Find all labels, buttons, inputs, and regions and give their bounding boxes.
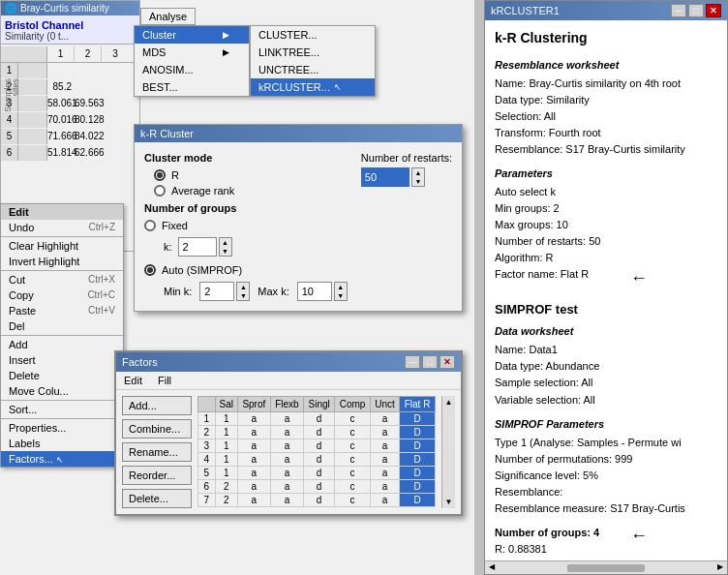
- krc-close-btn[interactable]: ✕: [706, 4, 721, 17]
- mink-input[interactable]: 2: [199, 282, 234, 301]
- krc-minimize-btn[interactable]: ─: [671, 4, 686, 17]
- factors-minimize-btn[interactable]: ─: [405, 355, 420, 369]
- context-item-undo[interactable]: Undo Ctrl+Z: [1, 220, 123, 235]
- row-1-sal: 1: [215, 412, 237, 426]
- restarts-label: Number of restarts:: [361, 152, 452, 164]
- auto-radio[interactable]: [144, 264, 156, 276]
- cluster-item-cluster[interactable]: Cluster ▶: [135, 26, 249, 44]
- row-num-6: 6: [1, 145, 18, 161]
- param-line-1: Auto select k: [495, 184, 717, 200]
- row-5-c2: 84.022: [75, 129, 102, 144]
- maxk-spinner[interactable]: ▲▼: [334, 282, 348, 301]
- row-num-1: 1: [1, 63, 18, 78]
- row-label-6: [18, 145, 47, 161]
- factors-titlebar[interactable]: Factors ─ □ ✕: [116, 352, 461, 372]
- rename-btn[interactable]: Rename...: [122, 442, 192, 462]
- krcluster-titlebar[interactable]: kRCLUSTER1 ─ □ ✕: [485, 1, 727, 20]
- row-num-5: 5: [1, 129, 18, 144]
- context-item-del[interactable]: Del: [1, 318, 123, 334]
- factors-edit-menu[interactable]: Edit: [124, 375, 142, 386]
- kr-cluster-dialog: k-R Cluster Cluster mode R Average rank …: [134, 124, 463, 312]
- bray-heading: Bristol Channel: [5, 19, 136, 31]
- cluster-item-best[interactable]: BEST...: [135, 78, 249, 96]
- factors-dialog: Factors ─ □ ✕ Edit Fill Add... Combine..…: [114, 350, 463, 516]
- context-item-properties[interactable]: Properties...: [1, 420, 123, 436]
- table-row: 3 1 a a d c a D: [198, 439, 436, 453]
- kr-cluster-titlebar[interactable]: k-R Cluster: [135, 125, 462, 142]
- k-input[interactable]: 2: [178, 237, 217, 257]
- row-label-1: [18, 63, 47, 78]
- col-comp: Comp: [335, 397, 371, 412]
- add-btn[interactable]: Add...: [122, 396, 192, 415]
- table-row: 1 1 a a d c a D: [198, 412, 436, 426]
- context-item-move-colu[interactable]: Move Colu...: [1, 383, 123, 399]
- restarts-input[interactable]: 50: [361, 167, 410, 187]
- krc-maximize-btn[interactable]: □: [688, 4, 704, 17]
- context-item-invert-highlight[interactable]: Invert Highlight: [1, 254, 123, 269]
- main-window: 🌐 Bray-Curtis similarity Bristol Channel…: [0, 0, 474, 575]
- param-line-3: Max groups: 10: [495, 217, 717, 233]
- mink-spinner[interactable]: ▲▼: [236, 282, 250, 301]
- cluster-item-mds[interactable]: MDS ▶: [135, 44, 249, 61]
- fixed-row[interactable]: Fixed: [144, 220, 452, 231]
- param-line-5: Algorithm: R: [495, 250, 717, 266]
- factors-buttons-panel: Add... Combine... Rename... Reorder... D…: [122, 396, 192, 508]
- factors-close-btn[interactable]: ✕: [440, 355, 455, 369]
- fixed-radio[interactable]: [144, 220, 156, 231]
- submenu-linktree[interactable]: LINKTREE...: [251, 44, 375, 61]
- row-3-c2: 69.563: [75, 96, 102, 111]
- context-item-insert[interactable]: Insert: [1, 352, 123, 368]
- cluster-dropdown: Cluster ▶ MDS ▶ ANOSIM... BEST...: [134, 25, 250, 97]
- cluster-item-anosim[interactable]: ANOSIM...: [135, 61, 249, 78]
- factors-scrollbar[interactable]: ▲ ▼: [441, 396, 455, 508]
- table-row: 7 2 a a d c a D: [198, 494, 436, 507]
- row-label-4: [18, 112, 47, 128]
- analyse-menubar[interactable]: Analyse: [140, 8, 196, 25]
- row-label-3: [18, 96, 47, 111]
- factors-fill-menu[interactable]: Fill: [158, 375, 171, 386]
- mode-r-radio[interactable]: [154, 169, 166, 181]
- context-item-factors[interactable]: Factors... ↖: [1, 451, 123, 467]
- row-6-c1: 51.814: [47, 145, 75, 161]
- context-item-delete[interactable]: Delete: [1, 368, 123, 383]
- fixed-label: Fixed: [162, 220, 188, 231]
- sp-line-1: Type 1 (Analyse: Samples - Permute wi: [495, 435, 717, 451]
- krcluster-panel: kRCLUSTER1 ─ □ ✕ k-R Clustering Resembla…: [484, 0, 728, 575]
- context-item-edit-label: Edit: [1, 204, 123, 220]
- res-line-1: Name: Bray-Curtis similarity on 4th root: [495, 76, 717, 92]
- row-6-c2: 62.666: [75, 145, 102, 161]
- delete-btn[interactable]: Delete...: [122, 489, 192, 508]
- groups-label: Number of groups: [144, 202, 452, 214]
- k-spinner[interactable]: ▲ ▼: [219, 237, 232, 257]
- factors-maximize-btn[interactable]: □: [422, 355, 438, 369]
- submenu-cluster[interactable]: CLUSTER...: [251, 26, 375, 44]
- mode-avg-radio[interactable]: [154, 185, 166, 197]
- krcluster-scrollbar[interactable]: ◀ ▶: [485, 560, 727, 572]
- undo-shortcut: Ctrl+Z: [89, 222, 116, 233]
- context-item-labels[interactable]: Labels: [1, 436, 123, 451]
- copy-shortcut: Ctrl+C: [87, 289, 115, 301]
- context-item-add[interactable]: Add: [1, 337, 123, 352]
- grid-col-1: 1: [47, 46, 75, 62]
- resemblance-section-title: Resemblance worksheet: [495, 57, 717, 74]
- sp-line-5: Resemblance measure: S17 Bray-Curtis: [495, 500, 717, 517]
- factors-cursor: ↖: [56, 455, 64, 465]
- context-item-clear-highlight[interactable]: Clear Highlight: [1, 238, 123, 254]
- row-label-5: [18, 129, 47, 144]
- submenu-unctree[interactable]: UNCTREE...: [251, 61, 375, 78]
- restarts-spinner[interactable]: ▲ ▼: [411, 167, 425, 187]
- maxk-input[interactable]: 10: [297, 282, 332, 301]
- col-label: [198, 397, 216, 412]
- auto-row[interactable]: Auto (SIMPROF): [144, 264, 452, 276]
- kr-cluster-title: k-R Cluster: [140, 128, 194, 139]
- submenu-krcluster[interactable]: kRCLUSTER... ↖: [251, 78, 375, 96]
- context-item-copy[interactable]: Copy Ctrl+C: [1, 288, 123, 303]
- data-ws-section-title: Data worksheet: [495, 323, 717, 340]
- context-item-cut[interactable]: Cut Ctrl+X: [1, 272, 123, 288]
- reorder-btn[interactable]: Reorder...: [122, 466, 192, 485]
- context-item-paste[interactable]: Paste Ctrl+V: [1, 303, 123, 318]
- krcluster-body: k-R Clustering Resemblance worksheet Nam…: [485, 20, 727, 572]
- context-menu: Edit Undo Ctrl+Z Clear Highlight Invert …: [0, 203, 124, 468]
- context-item-sort[interactable]: Sort...: [1, 402, 123, 417]
- combine-btn[interactable]: Combine...: [122, 419, 192, 439]
